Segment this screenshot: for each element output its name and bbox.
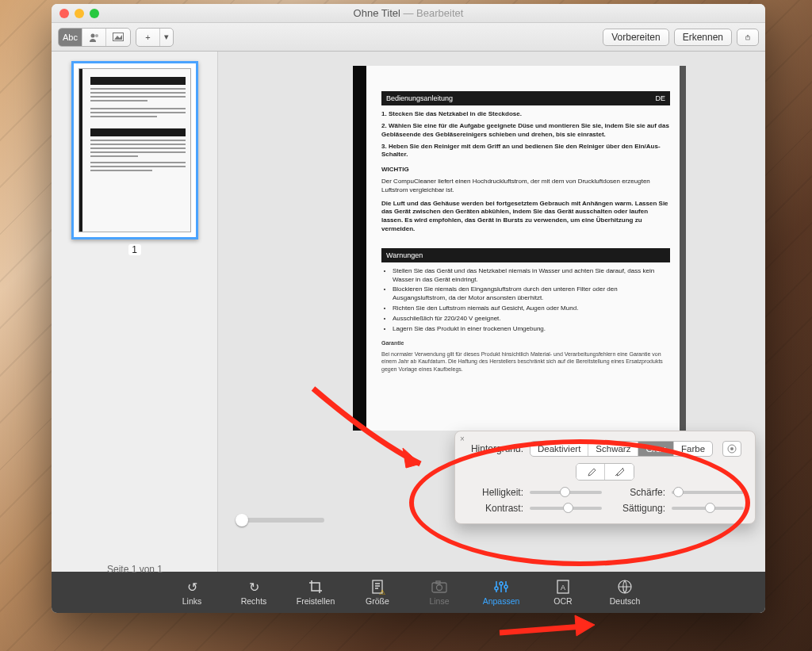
language-button[interactable]: Deutsch — [603, 579, 646, 606]
bottom-toolbar: ↺Links ↻Rechts Freistellen Größe Linse A… — [52, 572, 765, 613]
color-swatch-button[interactable] — [722, 441, 741, 457]
zoom-icon[interactable] — [90, 9, 99, 18]
svg-point-10 — [437, 585, 442, 591]
ocr-button[interactable]: AOCR — [542, 579, 584, 606]
crop-button[interactable]: Freistellen — [294, 579, 337, 606]
add-dropdown-button[interactable]: ▾ — [160, 29, 173, 46]
svg-point-12 — [495, 587, 498, 590]
annotation-arrow-2 — [492, 609, 611, 649]
page-counter: Seite 1 von 1 — [52, 564, 218, 575]
add-button[interactable]: + — [136, 29, 160, 46]
title-suffix: — Bearbeitet — [400, 7, 464, 19]
toolbar: Abc + ▾ Vorbereiten Erkennen — [52, 23, 765, 52]
section-lang: DE — [655, 94, 665, 103]
minimize-icon[interactable] — [75, 9, 84, 18]
lens-button[interactable]: Linse — [418, 579, 461, 606]
svg-marker-19 — [575, 615, 595, 636]
section-title: Bedienungsanleitung — [386, 94, 453, 103]
svg-point-13 — [500, 582, 503, 585]
thumbnail-page-number: 1 — [128, 244, 141, 255]
close-icon[interactable] — [59, 9, 69, 18]
svg-marker-18 — [403, 448, 420, 468]
adjust-button[interactable]: Anpassen — [480, 579, 523, 606]
svg-point-14 — [504, 585, 508, 588]
document-preview: BedienungsanleitungDE 1. Stecken Sie das… — [353, 66, 686, 431]
view-mode-segment[interactable]: Abc — [58, 28, 131, 47]
people-mode-button[interactable] — [82, 29, 106, 46]
rotate-left-button[interactable]: ↺Links — [170, 579, 213, 606]
annotation-arrow-1 — [301, 381, 444, 484]
title-main: Ohne Titel — [354, 7, 400, 19]
size-button[interactable]: Größe — [356, 579, 399, 606]
thumbnail-sidebar: 1 — [52, 52, 218, 572]
section-title-2: Warnungen — [386, 251, 423, 260]
recognize-button[interactable]: Erkennen — [674, 29, 732, 46]
popover-close-button[interactable]: × — [460, 435, 465, 443]
rotate-right-button[interactable]: ↻Rechts — [232, 579, 275, 606]
window-title: Ohne Titel — Bearbeitet — [99, 7, 718, 19]
zoom-slider[interactable] — [237, 518, 324, 523]
svg-marker-3 — [114, 35, 122, 40]
image-mode-button[interactable] — [106, 29, 130, 46]
svg-point-1 — [95, 34, 98, 37]
share-button[interactable] — [737, 29, 759, 46]
svg-point-0 — [90, 33, 94, 37]
prepare-button[interactable]: Vorbereiten — [603, 29, 668, 46]
annotation-ellipse — [409, 439, 750, 566]
svg-rect-9 — [432, 583, 446, 592]
titlebar: Ohne Titel — Bearbeitet — [52, 4, 765, 23]
add-segment[interactable]: + ▾ — [136, 28, 174, 47]
svg-rect-8 — [373, 580, 382, 593]
page-thumbnail[interactable] — [71, 61, 198, 239]
svg-point-6 — [730, 447, 733, 450]
svg-text:A: A — [561, 584, 565, 592]
abc-mode-button[interactable]: Abc — [59, 29, 82, 46]
